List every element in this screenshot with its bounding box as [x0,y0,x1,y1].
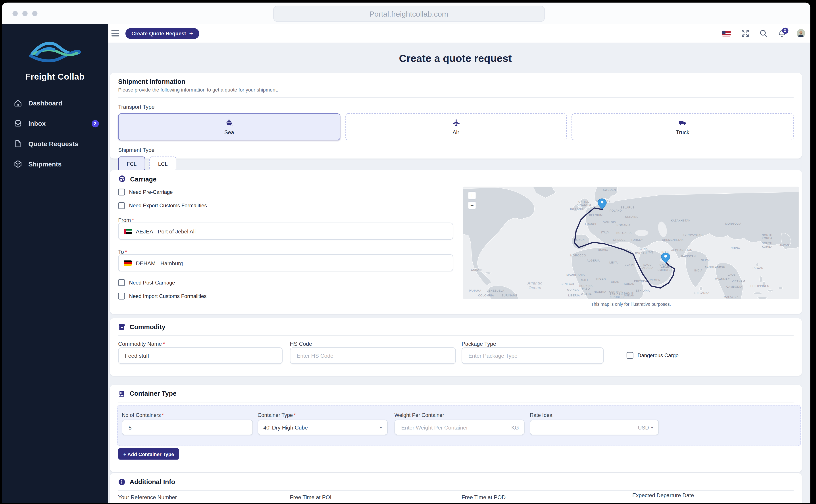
section-title: Additional Info [130,478,175,486]
dangerous-cargo-checkbox[interactable] [627,352,634,359]
fullscreen-icon[interactable] [741,30,749,37]
map-country-label: EGYPT [625,263,635,266]
create-quote-request-button[interactable]: Create Quote Request + [125,28,199,39]
hs-code-input[interactable] [290,347,456,364]
document-icon [13,139,22,148]
map-country-label: MOROCCO [570,254,586,257]
commodity-name-input[interactable] [118,347,283,364]
dangerous-cargo-row: Dangerous Cargo [627,352,679,359]
map-caption: This map is only for illustrative purpos… [463,302,799,307]
import-customs-checkbox-row: Need Import Customs Formalities [118,293,207,300]
section-title: Shipment Information [118,78,794,85]
shipment-type-lcl[interactable]: LCL [149,157,176,171]
rate-field[interactable] [535,424,638,431]
weight-field[interactable] [400,424,511,431]
export-customs-checkbox[interactable] [118,202,125,209]
map-zoom-out-button[interactable]: − [468,201,476,210]
map-country-label: JAPAN [780,244,789,247]
sidebar-nav: Dashboard Inbox 2 Quote Requests Shipme [2,93,108,174]
sidebar-item-dashboard[interactable]: Dashboard [2,93,108,113]
map-country-label: GREECE [613,238,626,241]
menu-toggle-icon[interactable] [111,30,119,36]
transport-option-sea[interactable]: Sea [118,113,340,140]
sidebar-item-quote-requests[interactable]: Quote Requests [2,134,108,154]
inbox-icon [13,119,22,128]
to-port-input[interactable]: DEHAM - Hamburg [118,254,453,271]
language-flag-us[interactable] [722,31,730,36]
notifications-bell-icon[interactable]: 2 [778,29,785,37]
shipment-type-fcl[interactable]: FCL [118,157,145,171]
map-country-label: SAUDI [643,263,653,266]
url-text: Portal.freightcollab.com [369,10,448,18]
transport-option-air[interactable]: Air [345,113,567,140]
map-country-label: LAOS [728,273,736,276]
user-avatar[interactable] [797,29,805,38]
pre-carriage-checkbox[interactable] [118,189,125,196]
map-country-label: ITALY [601,231,609,234]
commodity-name-field[interactable] [124,352,277,359]
from-port-input[interactable]: AEJEA - Port of Jebel Ali [118,223,453,240]
carriage-globe-search-icon [118,175,126,183]
rate-idea-label: Rate Idea [530,412,552,418]
map-country-label: FASO [582,287,590,290]
ship-icon [225,118,234,127]
map-zoom-in-button[interactable]: + [468,191,476,200]
to-port-value: DEHAM - Hamburg [136,260,183,266]
uae-flag-icon [124,229,132,234]
brand-name: Freight Collab [2,72,108,82]
map-country-label: MONGOLIA [725,222,741,225]
map-country-label: KOREA [762,245,772,248]
window-controls[interactable] [12,11,37,16]
map-country-label: Atlantic [527,281,542,285]
browser-chrome: Portal.freightcollab.com [2,3,810,25]
map-country-label: SURINAME [502,294,517,297]
chevron-down-icon: ▾ [380,425,382,430]
package-type-input[interactable] [462,347,603,364]
checkbox-label: Need Import Customs Formalities [129,293,207,299]
map-country-label: AFGHANISTAN [671,249,692,252]
sidebar-item-label: Quote Requests [28,140,78,147]
map-country-label: CAMBODIA [726,285,742,288]
window-control-dot[interactable] [32,11,37,16]
address-bar[interactable]: Portal.freightcollab.com [273,6,545,22]
map-country-label: POLAND [609,209,622,212]
create-quote-request-label: Create Quote Request [131,31,186,36]
carriage-card: Carriage Need Pre-Carriage Need Export C… [110,170,802,314]
hs-code-field[interactable] [296,352,450,359]
post-carriage-checkbox[interactable] [118,279,125,286]
map-country-label: KINGDOM [577,203,591,206]
window-control-dot[interactable] [22,11,27,16]
route-map[interactable]: SWEDENUNITEDKINGDOMIRELANDDENMARKBELARUS… [463,187,799,299]
no-of-containers-input[interactable] [122,420,253,435]
to-label: To* [118,248,127,255]
browser-window: Portal.freightcollab.com Freight Collab … [2,3,810,503]
sidebar-item-label: Shipments [28,160,61,168]
package-type-field[interactable] [467,352,598,359]
map-country-label: VENEZUELA [486,289,504,292]
add-container-type-button[interactable]: + Add Container Type [118,448,179,460]
additional-info-card: Additional Info Your Reference Number Fr… [110,473,802,503]
map-country-label: COLOMBIA [478,294,494,297]
chevron-down-icon: ▾ [651,425,653,430]
container-type-select[interactable]: 40' Dry High Cube ▾ [258,420,388,435]
germany-flag-icon [124,260,132,265]
transport-option-label: Truck [676,129,690,135]
sidebar-item-inbox[interactable]: Inbox 2 [2,113,108,134]
sidebar-item-shipments[interactable]: Shipments [2,154,108,174]
rate-idea-input[interactable]: USD▾ [530,420,659,435]
no-of-containers-field[interactable] [127,424,247,431]
from-label: From* [118,217,134,223]
shipment-information-card: Shipment Information Please provide the … [110,73,802,158]
container-type-label: Container Type* [258,412,296,418]
map-country-label: SOUTH [762,242,772,245]
search-icon[interactable] [760,30,767,37]
truck-icon [678,118,687,127]
plane-icon [451,118,460,127]
rate-currency-select[interactable]: USD▾ [638,424,653,430]
weight-per-container-input[interactable]: KG [395,420,525,435]
import-customs-checkbox[interactable] [118,293,125,300]
checkbox-label: Need Post-Carriage [129,280,175,285]
transport-option-truck[interactable]: Truck [571,113,794,140]
transport-option-label: Air [452,129,459,135]
window-control-dot[interactable] [12,11,17,16]
